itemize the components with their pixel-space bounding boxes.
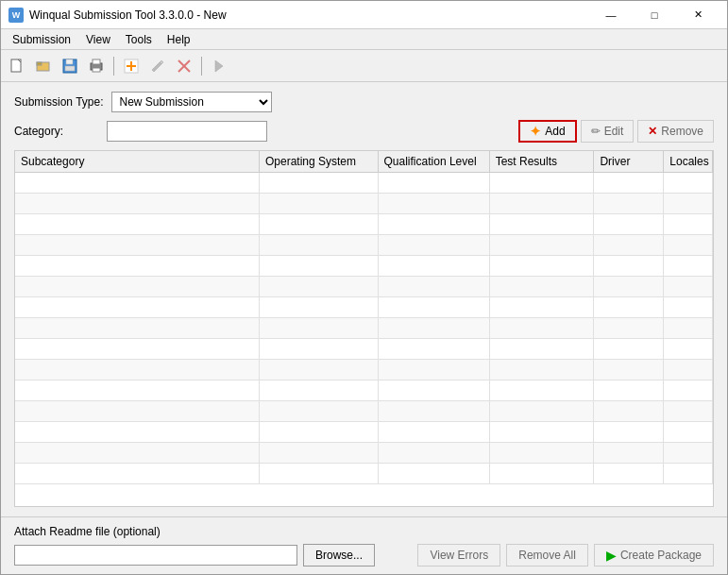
table-row [15, 173, 713, 194]
print-icon [89, 59, 104, 74]
data-table-container: Subcategory Operating System Qualificati… [14, 150, 714, 507]
menu-help[interactable]: Help [160, 29, 198, 49]
toolbar-edit-icon [150, 59, 165, 74]
new-icon [9, 59, 25, 74]
col-header-os: Operating System [259, 151, 378, 173]
table-header-row: Subcategory Operating System Qualificati… [15, 151, 713, 173]
table-row [15, 339, 713, 360]
table-row [15, 422, 713, 443]
remove-button[interactable]: ✕ Remove [637, 120, 714, 143]
menu-bar: Submission View Tools Help [1, 29, 727, 50]
readme-label: Attach Readme file (optional) [14, 525, 714, 538]
open-button[interactable] [31, 54, 56, 78]
remove-all-button[interactable]: Remove All [506, 544, 588, 567]
maximize-button[interactable]: □ [633, 1, 676, 29]
submission-type-row: Submission Type: New Submission [14, 92, 714, 112]
open-icon [36, 59, 51, 74]
close-button[interactable]: ✕ [676, 1, 720, 29]
col-header-subcategory: Subcategory [15, 151, 259, 173]
category-row: Category: ✦ Add ✏ Edit ✕ Remove [14, 120, 714, 143]
submission-type-select[interactable]: New Submission [111, 92, 272, 112]
toolbar-separator-1 [113, 57, 114, 76]
table-row [15, 277, 713, 297]
readme-input[interactable] [14, 545, 297, 566]
table-row [15, 235, 713, 256]
bottom-bar: Attach Readme file (optional) Browse... … [1, 516, 727, 574]
title-bar: W Winqual Submission Tool 3.3.0.0 - New … [1, 1, 727, 29]
table-row [15, 443, 713, 464]
toolbar-next-button[interactable] [207, 54, 231, 78]
category-input[interactable] [107, 121, 267, 142]
col-header-driver: Driver [594, 151, 664, 173]
toolbar-separator-2 [201, 57, 202, 76]
toolbar-delete-button[interactable] [172, 54, 196, 78]
edit-button[interactable]: ✏ Edit [581, 120, 635, 143]
main-content: Submission Type: New Submission Category… [1, 82, 727, 516]
table-row [15, 214, 713, 235]
menu-submission[interactable]: Submission [5, 29, 78, 49]
svg-marker-15 [215, 60, 223, 72]
col-header-qual: Qualification Level [378, 151, 489, 173]
col-header-locales: Locales [664, 151, 713, 173]
toolbar [1, 50, 727, 82]
play-icon: ▶ [606, 548, 617, 563]
svg-rect-5 [66, 59, 73, 64]
window-controls: — □ ✕ [589, 1, 720, 29]
save-icon [62, 59, 77, 74]
table-row [15, 318, 713, 339]
browse-button[interactable]: Browse... [303, 544, 375, 567]
toolbar-edit-button[interactable] [145, 54, 170, 78]
toolbar-add-button[interactable] [119, 54, 144, 78]
submission-type-label: Submission Type: [14, 95, 104, 109]
minimize-button[interactable]: — [589, 1, 633, 29]
toolbar-delete-icon [177, 59, 192, 74]
menu-tools[interactable]: Tools [118, 29, 160, 49]
data-table: Subcategory Operating System Qualificati… [15, 151, 713, 484]
main-window: W Winqual Submission Tool 3.3.0.0 - New … [0, 0, 728, 575]
svg-rect-9 [93, 68, 100, 72]
app-icon: W [8, 8, 24, 23]
svg-rect-3 [37, 62, 42, 65]
edit-pencil-icon: ✏ [591, 125, 601, 138]
save-button[interactable] [58, 54, 82, 78]
toolbar-add-icon [124, 59, 139, 74]
svg-rect-8 [93, 59, 100, 64]
window-title: Winqual Submission Tool 3.3.0.0 - New [29, 8, 589, 22]
category-label: Category: [14, 125, 63, 138]
new-button[interactable] [5, 54, 29, 78]
table-row [15, 401, 713, 422]
add-button[interactable]: ✦ Add [518, 120, 576, 143]
print-button[interactable] [84, 54, 109, 78]
table-row [15, 256, 713, 277]
toolbar-next-icon [212, 59, 227, 74]
table-row [15, 360, 713, 381]
remove-x-icon: ✕ [648, 125, 657, 138]
add-icon: ✦ [530, 124, 541, 139]
menu-view[interactable]: View [78, 29, 118, 49]
view-errors-button[interactable]: View Errors [417, 544, 500, 567]
col-header-test: Test Results [489, 151, 594, 173]
bottom-controls: Browse... View Errors Remove All ▶ Creat… [14, 544, 714, 567]
create-package-button[interactable]: ▶ Create Package [594, 544, 714, 567]
table-row [15, 194, 713, 214]
table-row [15, 464, 713, 484]
table-row [15, 381, 713, 401]
svg-rect-6 [65, 66, 75, 71]
table-row [15, 297, 713, 318]
